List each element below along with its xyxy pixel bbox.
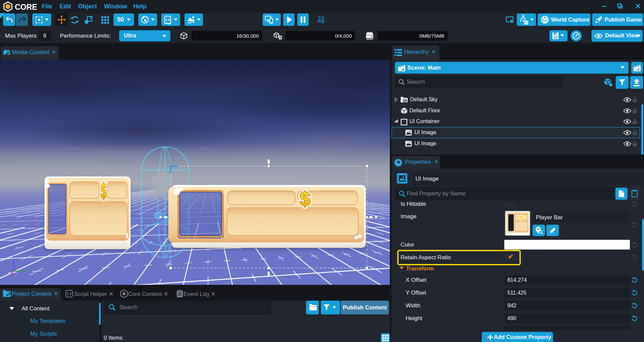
svg-text:$: $	[299, 188, 310, 210]
svg-text:Y: Y	[26, 269, 28, 274]
svg-text:$: $	[101, 179, 107, 203]
svg-text:Z: Z	[12, 254, 15, 259]
svg-text:$: $	[519, 214, 523, 222]
svg-text:X: X	[10, 273, 13, 278]
